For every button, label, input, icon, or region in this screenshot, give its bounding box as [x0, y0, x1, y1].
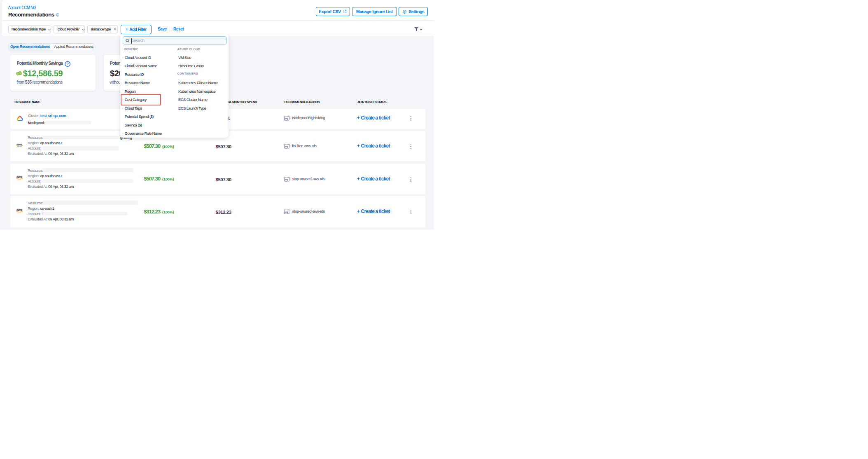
svg-text:aws: aws: [16, 175, 22, 179]
svg-text:aws: aws: [16, 208, 22, 211]
svg-text:aws: aws: [16, 142, 22, 146]
svg-text:?: ?: [66, 63, 68, 66]
